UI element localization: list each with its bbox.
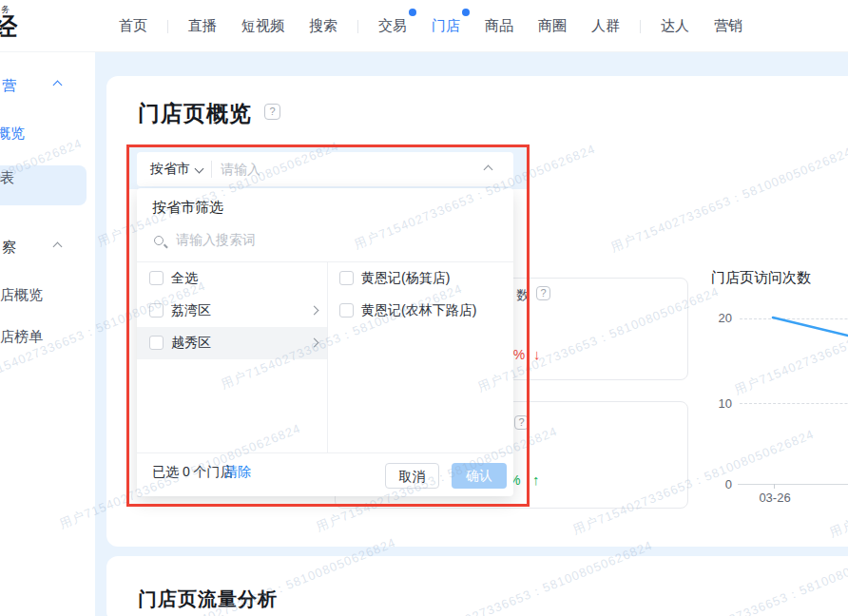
- nav-items: 首页 直播 短视频 搜索 交易 门店 商品 商圈 人群 达人 营销: [106, 0, 755, 52]
- checkbox[interactable]: [149, 303, 164, 318]
- option-label: 荔湾区: [171, 302, 211, 319]
- option-label: 黄恩记(杨箕店): [361, 270, 450, 287]
- checkbox[interactable]: [339, 303, 354, 318]
- confirm-button[interactable]: 确认: [452, 463, 507, 489]
- notification-dot: [409, 9, 416, 16]
- section-title: 门店页流量分析: [138, 587, 278, 612]
- line-chart: [740, 304, 848, 371]
- option-yuexiu-district[interactable]: 越秀区: [137, 327, 327, 359]
- nav-item-store[interactable]: 门店: [419, 17, 472, 35]
- x-axis-label: 03-26: [742, 491, 808, 505]
- nav-separator: [357, 20, 358, 33]
- chart-title: 门店页访问次数: [711, 269, 811, 287]
- selected-count-text: 已选 0 个门店: [152, 464, 234, 481]
- divider: [137, 452, 513, 453]
- chevron-right-icon: [310, 338, 319, 348]
- sidebar-section-label: 察: [2, 239, 16, 257]
- sidebar-section-label: 营: [2, 77, 16, 95]
- stat-title-fragment: 数: [516, 287, 530, 304]
- help-icon[interactable]: ?: [536, 286, 550, 300]
- notification-dot: [462, 9, 470, 16]
- checkbox[interactable]: [339, 271, 354, 285]
- nav-separator: [640, 20, 641, 33]
- nav-item-search[interactable]: 搜索: [297, 17, 350, 35]
- nav-item-audience[interactable]: 人群: [579, 17, 632, 35]
- nav-separator: [167, 20, 168, 33]
- sidebar: 营 概览 表 察 店概览 店榜单: [0, 52, 95, 616]
- filter-mode-select[interactable]: 按省市: [150, 161, 190, 178]
- chevron-up-icon: [53, 242, 63, 252]
- sidebar-section-insight[interactable]: 察: [0, 239, 95, 258]
- option-select-all[interactable]: 全选: [137, 262, 327, 295]
- chevron-up-icon: [53, 81, 63, 90]
- search-input[interactable]: 请输入搜索词: [176, 232, 256, 249]
- top-navbar: 务 经 首页 直播 短视频 搜索 交易 门店 商品 商圈 人群 达人 营销: [0, 0, 848, 52]
- option-label: 黄恩记(农林下路店): [361, 302, 476, 319]
- app-root: 务 经 首页 直播 短视频 搜索 交易 门店 商品 商圈 人群 达人 营销 营 …: [0, 0, 848, 616]
- help-icon[interactable]: ?: [264, 104, 280, 120]
- nav-item-talent[interactable]: 达人: [648, 17, 702, 35]
- arrow-down-icon: ↓: [533, 346, 541, 362]
- chevron-down-icon: [195, 164, 204, 174]
- x-axis-tickmark: [774, 484, 775, 489]
- cancel-button[interactable]: 取消: [385, 463, 439, 489]
- search-icon: [154, 236, 164, 245]
- filter-panel: 按省市筛选 请输入搜索词 全选 荔湾区 越秀区 黄恩记(杨箕店): [137, 188, 513, 496]
- help-icon[interactable]: ?: [514, 415, 529, 430]
- gridline-10: [740, 403, 848, 404]
- y-axis-tick: 0: [709, 477, 732, 491]
- y-axis-tick: 20: [709, 311, 732, 325]
- option-label: 越秀区: [171, 335, 211, 352]
- clear-link[interactable]: 清除: [224, 464, 251, 481]
- arrow-up-icon: ↑: [532, 472, 540, 488]
- filter-select-trigger[interactable]: 按省市 请输入: [137, 152, 513, 186]
- filter-panel-title: 按省市筛选: [152, 199, 223, 217]
- nav-item-trade[interactable]: 交易: [366, 17, 419, 35]
- nav-item-label: 交易: [378, 17, 407, 33]
- option-label: 全选: [171, 270, 198, 287]
- divider: [211, 161, 212, 178]
- page-title: 门店页概览: [138, 99, 252, 128]
- sidebar-item-label: 概览: [0, 125, 25, 143]
- sidebar-item-label: 店榜单: [0, 328, 43, 346]
- nav-item-home[interactable]: 首页: [106, 17, 160, 35]
- checkbox[interactable]: [149, 271, 164, 285]
- chevron-up-icon: [484, 165, 493, 175]
- nav-item-short-video[interactable]: 短视频: [229, 17, 297, 35]
- chevron-right-icon: [310, 306, 319, 316]
- sidebar-item-label: 表: [0, 169, 14, 187]
- nav-item-live[interactable]: 直播: [176, 17, 229, 35]
- option-liwan-district[interactable]: 荔湾区: [137, 295, 327, 327]
- app-logo: 务 经: [0, 2, 32, 46]
- x-axis-line: [738, 484, 848, 485]
- option-store-nonglin[interactable]: 黄恩记(农林下路店): [327, 295, 513, 327]
- filter-input-placeholder[interactable]: 请输入: [221, 162, 260, 179]
- nav-item-label: 门店: [432, 17, 460, 33]
- nav-item-goods[interactable]: 商品: [472, 17, 526, 35]
- traffic-analysis-card: 门店页流量分析: [106, 556, 848, 616]
- option-store-yangji[interactable]: 黄恩记(杨箕店): [327, 262, 513, 295]
- nav-item-district[interactable]: 商圈: [526, 17, 579, 35]
- sidebar-item-label: 店概览: [0, 286, 43, 304]
- logo-main-text: 经: [0, 10, 17, 44]
- y-axis-tick: 10: [709, 396, 732, 411]
- sidebar-section-operation[interactable]: 营: [0, 77, 95, 96]
- checkbox[interactable]: [149, 336, 164, 350]
- nav-item-marketing[interactable]: 营销: [702, 17, 755, 35]
